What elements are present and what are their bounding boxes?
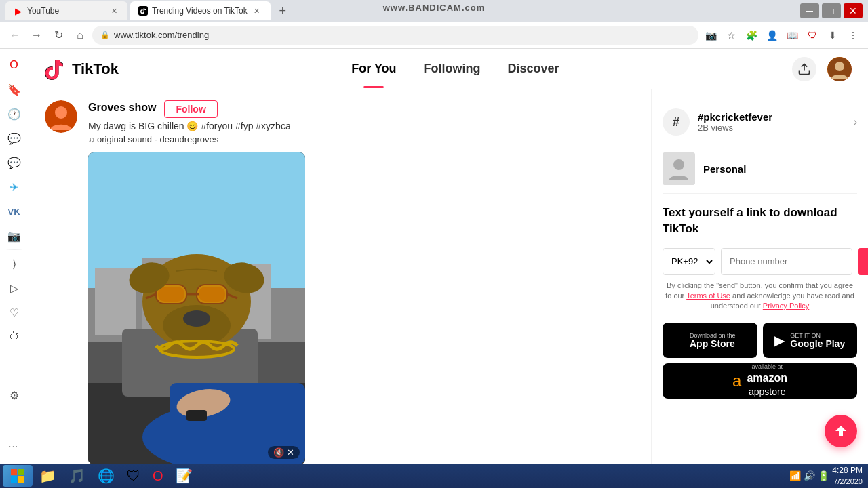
svg-rect-23: [199, 287, 225, 302]
tab-tiktok-close[interactable]: ✕: [252, 5, 262, 16]
arrow-up-icon: [833, 423, 849, 439]
new-tab-button[interactable]: +: [273, 1, 292, 20]
sidebar-opera-icon[interactable]: O: [3, 54, 25, 76]
music-icon: ♫: [88, 135, 94, 144]
svg-rect-0: [138, 6, 148, 16]
sidebar-add-icon[interactable]: ⟩: [3, 253, 25, 274]
upload-button[interactable]: [792, 57, 816, 81]
sidebar-whatsapp-icon[interactable]: 💬: [3, 152, 25, 174]
trending-views-1: 2B views: [698, 123, 846, 133]
close-button[interactable]: ✕: [844, 3, 863, 18]
antivirus-icon: 🛡: [127, 468, 140, 484]
follow-button[interactable]: Follow: [164, 100, 217, 118]
camera-icon[interactable]: 📷: [701, 26, 720, 45]
taskbar-ie[interactable]: 🌐: [92, 466, 120, 486]
svg-rect-16: [186, 410, 207, 421]
tray-battery-icon[interactable]: 🔋: [818, 470, 829, 481]
trending-item-2[interactable]: Personal: [663, 144, 857, 194]
address-bar[interactable]: 🔒 www.tiktok.com/trending: [92, 26, 698, 45]
amazon-appstore-button[interactable]: a available at amazon appstore: [663, 363, 857, 399]
home-button[interactable]: ⌂: [71, 26, 90, 45]
nav-following[interactable]: Following: [410, 49, 494, 88]
mute-x-icon: ✕: [287, 447, 294, 458]
svg-rect-32: [11, 469, 17, 475]
app-store-sub: Download on the: [690, 332, 736, 339]
tiktok-nav: For You Following Discover: [338, 49, 572, 88]
profile-icon[interactable]: 👤: [762, 26, 781, 45]
minimize-button[interactable]: ─: [800, 3, 819, 18]
app-store-name: App Store: [690, 339, 736, 348]
post-avatar[interactable]: [45, 100, 77, 133]
svg-point-4: [55, 106, 67, 119]
tab-youtube-label: YouTube: [27, 6, 59, 16]
taskbar-media-player[interactable]: 🎵: [63, 466, 91, 486]
tab-youtube-close[interactable]: ✕: [108, 5, 119, 16]
trending-tag-2: Personal: [703, 163, 857, 175]
tray-clock[interactable]: 4:28 PM 7/2/2020: [832, 466, 863, 486]
browser-chrome: ▶ YouTube ✕ Trending Videos on TikTok ✕ …: [0, 0, 868, 49]
svg-rect-35: [18, 476, 24, 483]
video-thumbnail[interactable]: 🔇 ✕: [88, 152, 305, 464]
trending-item-1[interactable]: # #pkcricketfever 2B views ›: [663, 100, 857, 144]
address-text: www.tiktok.com/trending: [114, 30, 209, 40]
post-username[interactable]: Groves show: [88, 102, 156, 114]
reading-icon[interactable]: 📖: [783, 26, 802, 45]
sidebar-messenger-icon[interactable]: 💬: [3, 127, 25, 149]
video-controls: 🔇 ✕: [268, 446, 300, 459]
forward-button[interactable]: →: [27, 26, 46, 45]
video-image: [88, 152, 305, 464]
sidebar-play-icon[interactable]: ▷: [3, 277, 25, 299]
volume-icon[interactable]: 🔇: [273, 447, 284, 458]
post-caption: My dawg is BIG chillen 😊 #foryou #fyp #x…: [88, 121, 635, 131]
maximize-button[interactable]: □: [822, 3, 841, 18]
app-store-button[interactable]: Download on the App Store: [663, 323, 757, 358]
store-row-1: Download on the App Store ▶ GET IT ON Go…: [663, 323, 857, 358]
user-avatar[interactable]: [827, 57, 852, 81]
trending-info-1: #pkcricketfever 2B views: [698, 111, 846, 133]
scroll-to-top-button[interactable]: [825, 415, 857, 447]
post-content-wrapper: Groves show Follow My dawg is BIG chille…: [88, 100, 635, 464]
send-button[interactable]: Send: [858, 248, 868, 275]
windows-logo: [9, 468, 26, 484]
sidebar-clock-icon[interactable]: ⏱: [3, 326, 25, 348]
tray-volume-icon[interactable]: 🔊: [804, 470, 815, 481]
sidebar-bookmark-icon[interactable]: 🔖: [3, 79, 25, 100]
tab-youtube[interactable]: ▶ YouTube ✕: [5, 1, 127, 20]
refresh-button[interactable]: ↻: [49, 26, 68, 45]
start-button[interactable]: [3, 465, 33, 487]
bookmark-icon[interactable]: ☆: [722, 26, 741, 45]
browser-left-sidebar: O 🔖 🕐 💬 💬 ✈ VK 📷 ⟩ ▷ ♡ ⏱ ⚙ ···: [0, 49, 28, 455]
sidebar-instagram-icon[interactable]: 📷: [3, 225, 25, 247]
google-play-button[interactable]: ▶ GET IT ON Google Play: [763, 323, 858, 358]
sidebar-settings-icon[interactable]: ⚙: [3, 384, 25, 406]
tab-tiktok[interactable]: Trending Videos on TikTok ✕: [130, 1, 271, 20]
sidebar-vk-icon[interactable]: VK: [3, 201, 25, 222]
svg-point-2: [835, 62, 844, 71]
nav-for-you[interactable]: For You: [338, 49, 410, 88]
nav-actions: 📷 ☆ 🧩 👤 📖 🛡 ⬇ ⋮: [701, 26, 863, 45]
country-code-select[interactable]: PK+92: [663, 248, 715, 275]
lock-icon: 🔒: [100, 30, 110, 39]
download-icon[interactable]: ⬇: [823, 26, 842, 45]
sidebar-telegram-icon[interactable]: ✈: [3, 176, 25, 198]
sidebar-history-icon[interactable]: 🕐: [3, 103, 25, 125]
amazon-text: available at amazon appstore: [747, 363, 787, 398]
tiktok-logo-svg: [45, 58, 66, 80]
tray-network-icon[interactable]: 📶: [789, 470, 801, 481]
taskbar-antivirus[interactable]: 🛡: [121, 466, 146, 486]
privacy-policy-link[interactable]: Privacy Policy: [763, 302, 809, 310]
nav-discover[interactable]: Discover: [494, 49, 573, 88]
taskbar-opera[interactable]: O: [147, 466, 169, 486]
taskbar-notepad[interactable]: 📝: [170, 466, 198, 486]
svg-rect-34: [11, 476, 17, 483]
feedback-icon[interactable]: 🛡: [803, 26, 822, 45]
sidebar-heart-icon[interactable]: ♡: [3, 302, 25, 323]
taskbar-file-explorer[interactable]: 📁: [34, 466, 62, 486]
back-button[interactable]: ←: [5, 26, 24, 45]
phone-number-input[interactable]: [721, 248, 852, 275]
sidebar-more-dots[interactable]: ···: [9, 443, 18, 450]
download-title: Text yourself a link to download TikTok: [663, 205, 857, 237]
terms-of-use-link[interactable]: Terms of Use: [686, 291, 730, 300]
menu-icon[interactable]: ⋮: [844, 26, 863, 45]
extensions-icon[interactable]: 🧩: [742, 26, 761, 45]
